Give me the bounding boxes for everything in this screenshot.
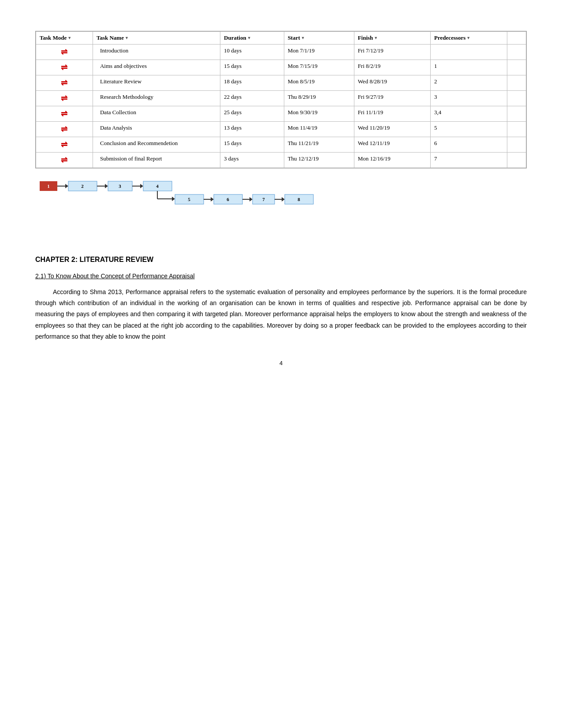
duration-cell: 3 days (220, 153, 284, 168)
task-mode-icon: ⇌ (36, 137, 93, 153)
duration-cell: 18 days (220, 75, 284, 91)
col-header-duration[interactable]: Duration ▼ (220, 32, 284, 45)
gantt-label-2: 2 (81, 183, 84, 189)
start-label: Start (288, 34, 300, 41)
task-name-label: Task Name (97, 34, 124, 41)
extra-cell (507, 75, 526, 91)
task-mode-dropdown-arrow[interactable]: ▼ (67, 36, 71, 40)
col-header-predecessors[interactable]: Predecessors ▼ (431, 32, 507, 45)
predecessors-cell: 3 (431, 91, 507, 106)
task-name-cell: Submission of final Report (93, 153, 220, 168)
task-mode-icon: ⇌ (36, 75, 93, 91)
table-row: ⇌Submission of final Report3 daysThu 12/… (36, 153, 526, 168)
col-header-extra (507, 32, 526, 45)
col-header-task-name[interactable]: Task Name ▼ (93, 32, 220, 45)
gantt-arrowhead-6-7 (249, 197, 253, 202)
task-name-cell: Conclusion and Recommendetion (93, 137, 220, 153)
col-header-finish[interactable]: Finish ▼ (354, 32, 430, 45)
duration-cell: 10 days (220, 45, 284, 60)
extra-cell (507, 60, 526, 75)
task-name-cell: Data Analysis (93, 122, 220, 137)
start-cell: Thu 8/29/19 (284, 91, 354, 106)
start-cell: Mon 11/4/19 (284, 122, 354, 137)
task-name-dropdown-arrow[interactable]: ▼ (125, 36, 129, 40)
gantt-arrowhead-1-2 (65, 184, 68, 188)
predecessors-cell: 7 (431, 153, 507, 168)
extra-cell (507, 137, 526, 153)
extra-cell (507, 45, 526, 60)
finish-dropdown-arrow[interactable]: ▼ (374, 36, 378, 40)
chapter-title: CHAPTER 2: LITERATURE REVIEW (35, 256, 527, 264)
page-number: 4 (35, 360, 527, 366)
start-cell: Thu 11/21/19 (284, 137, 354, 153)
duration-cell: 13 days (220, 122, 284, 137)
gantt-label-5: 5 (188, 197, 190, 202)
task-mode-label: Task Mode (40, 34, 67, 41)
col-header-start[interactable]: Start ▼ (284, 32, 354, 45)
duration-cell: 15 days (220, 60, 284, 75)
predecessors-cell: 1 (431, 60, 507, 75)
task-name-cell: Literature Review (93, 75, 220, 91)
gantt-arrowhead-5-6 (211, 197, 214, 202)
finish-cell: Fri 8/2/19 (354, 60, 430, 75)
gantt-chart: 1 2 3 4 5 6 (35, 175, 527, 220)
gantt-arrowhead-to-5 (172, 197, 175, 201)
start-cell: Mon 9/30/19 (284, 106, 354, 122)
finish-cell: Mon 12/16/19 (354, 153, 430, 168)
predecessors-cell: 6 (431, 137, 507, 153)
section-2-1-subtitle: 2.1) To Know About the Concept of Perfor… (35, 273, 527, 280)
gantt-arrowhead-3-4 (140, 184, 143, 188)
table-row: ⇌Conclusion and Recommendetion15 daysThu… (36, 137, 526, 153)
task-name-cell: Introduction (93, 45, 220, 60)
section-2-1-paragraph: According to Shma 2013, Performance appr… (35, 287, 527, 342)
gantt-label-6: 6 (227, 197, 229, 202)
predecessors-cell: 5 (431, 122, 507, 137)
extra-cell (507, 106, 526, 122)
table-row: ⇌Aims and objectives15 daysMon 7/15/19Fr… (36, 60, 526, 75)
gantt-arrowhead-7-8 (282, 197, 285, 202)
chapter-section: CHAPTER 2: LITERATURE REVIEW 2.1) To Kno… (35, 256, 527, 342)
col-header-task-mode[interactable]: Task Mode ▼ (36, 32, 93, 45)
duration-cell: 22 days (220, 91, 284, 106)
predecessors-label: Predecessors (434, 34, 465, 41)
duration-cell: 15 days (220, 137, 284, 153)
extra-cell (507, 91, 526, 106)
finish-cell: Wed 11/20/19 (354, 122, 430, 137)
finish-cell: Wed 8/28/19 (354, 75, 430, 91)
task-mode-icon: ⇌ (36, 122, 93, 137)
duration-label: Duration (224, 34, 246, 41)
task-mode-icon: ⇌ (36, 91, 93, 106)
table-row: ⇌Research Methodology22 daysThu 8/29/19F… (36, 91, 526, 106)
task-mode-icon: ⇌ (36, 45, 93, 60)
start-cell: Thu 12/12/19 (284, 153, 354, 168)
extra-cell (507, 122, 526, 137)
finish-cell: Fri 11/1/19 (354, 106, 430, 122)
table-row: ⇌Data Collection25 daysMon 9/30/19Fri 11… (36, 106, 526, 122)
gantt-table: Task Mode ▼ Task Name ▼ Duration ▼ (36, 31, 526, 168)
predecessors-cell (431, 45, 507, 60)
start-dropdown-arrow[interactable]: ▼ (301, 36, 305, 40)
finish-cell: Fri 9/27/19 (354, 91, 430, 106)
finish-cell: Wed 12/11/19 (354, 137, 430, 153)
gantt-label-3: 3 (119, 183, 121, 189)
task-mode-icon: ⇌ (36, 106, 93, 122)
gantt-label-4: 4 (156, 183, 159, 189)
predecessors-dropdown-arrow[interactable]: ▼ (466, 36, 470, 40)
start-cell: Mon 7/1/19 (284, 45, 354, 60)
gantt-label-1: 1 (47, 183, 50, 189)
predecessors-cell: 2 (431, 75, 507, 91)
gantt-arrowhead-2-3 (105, 184, 108, 188)
gantt-label-7: 7 (262, 197, 265, 202)
start-cell: Mon 8/5/19 (284, 75, 354, 91)
table-row: ⇌Data Analysis13 daysMon 11/4/19Wed 11/2… (36, 122, 526, 137)
table-row: ⇌Introduction10 daysMon 7/1/19Fri 7/12/1… (36, 45, 526, 60)
task-name-cell: Data Collection (93, 106, 220, 122)
gantt-svg: 1 2 3 4 5 6 (35, 177, 344, 217)
task-name-cell: Aims and objectives (93, 60, 220, 75)
finish-label: Finish (358, 34, 373, 41)
project-table: Task Mode ▼ Task Name ▼ Duration ▼ (35, 31, 527, 168)
gantt-label-8: 8 (298, 197, 300, 202)
predecessors-cell: 3,4 (431, 106, 507, 122)
duration-dropdown-arrow[interactable]: ▼ (247, 36, 251, 40)
finish-cell: Fri 7/12/19 (354, 45, 430, 60)
